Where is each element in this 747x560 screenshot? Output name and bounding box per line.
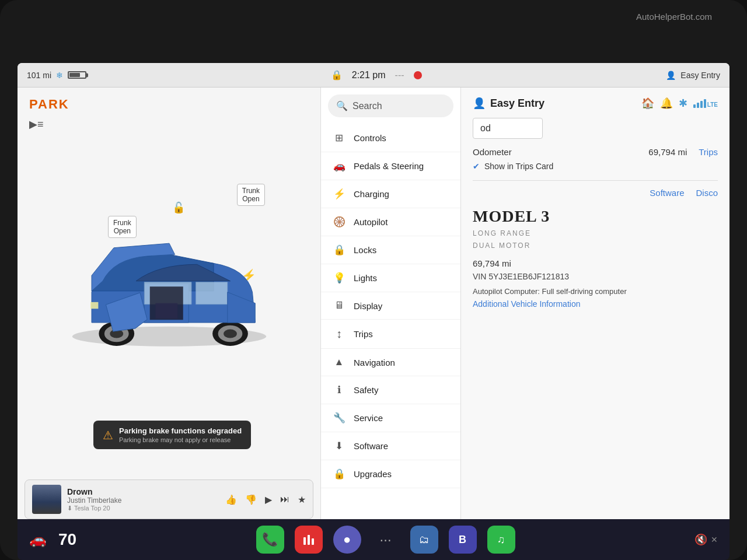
music-player: Drown Justin Timberlake ⬇ Tesla Top 20 👍… xyxy=(25,480,313,519)
odometer-value: 69,794 mi xyxy=(648,147,687,157)
header-icons: 🏠 🔔 ✱ LTE xyxy=(641,97,718,110)
trips-link[interactable]: Trips xyxy=(699,147,718,157)
person-icon: 👤 xyxy=(666,71,676,80)
taskbar: 🚗 70 📞 ● ··· 🗂 B ♫ 🔇 ✕ xyxy=(18,519,729,560)
music-controls: 👍 👎 ▶ ⏭ ★ xyxy=(225,494,306,505)
warning-triangle-icon: ⚠ xyxy=(103,428,113,442)
wallet-button[interactable]: 🗂 xyxy=(410,526,438,554)
status-bar: 101 mi ❄ 🔒 2:21 pm --- 👤 Easy Entry xyxy=(18,63,729,88)
warning-content: Parking brake functions degraded Parking… xyxy=(119,426,242,443)
favorite-button[interactable]: ★ xyxy=(298,494,306,505)
range-display: 101 mi xyxy=(27,71,51,80)
right-panel-title: 👤 Easy Entry xyxy=(473,97,544,110)
autopilot-computer-text: Autopilot Computer: Full self-driving co… xyxy=(473,287,718,296)
status-left: 101 mi ❄ xyxy=(27,71,86,80)
bluetooth-icon[interactable]: ✱ xyxy=(679,97,687,110)
menu-item-navigation[interactable]: ▲ Navigation xyxy=(321,349,460,376)
battery-indicator xyxy=(68,71,86,79)
home-icon[interactable]: 🏠 xyxy=(641,97,654,110)
menu-item-locks[interactable]: 🔒 Locks xyxy=(321,236,460,264)
od-input-field[interactable]: od xyxy=(473,118,543,139)
volume-control[interactable]: 🔇 ✕ xyxy=(694,533,718,546)
music-source-icon: ⬇ xyxy=(67,505,72,512)
warning-main-text: Parking brake functions degraded xyxy=(119,426,242,435)
upgrades-label: Upgrades xyxy=(354,469,392,479)
speed-display: 70 xyxy=(58,530,76,549)
car-icon[interactable]: 🚗 xyxy=(29,531,47,548)
signal-bar-1 xyxy=(693,104,696,108)
skip-button[interactable]: ⏭ xyxy=(280,494,289,505)
music-source: ⬇ Tesla Top 20 xyxy=(67,505,219,512)
warning-banner: ⚠ Parking brake functions degraded Parki… xyxy=(93,421,251,449)
separator-display: --- xyxy=(395,70,404,80)
lte-badge: LTE xyxy=(707,102,718,108)
park-label: PARK xyxy=(29,97,69,112)
pedals-label: Pedals & Steering xyxy=(354,161,424,171)
menu-item-lights[interactable]: 💡 Lights xyxy=(321,264,460,292)
show-trips-label: Show in Trips Card xyxy=(484,162,553,171)
more-button[interactable]: ··· xyxy=(372,526,400,554)
bluetooth-button[interactable]: B xyxy=(449,526,477,554)
menu-item-trips[interactable]: ↕ Trips xyxy=(321,320,460,349)
taskbar-left: 🚗 70 xyxy=(29,530,76,549)
menu-item-controls[interactable]: ⊞ Controls xyxy=(321,124,460,152)
controls-label: Controls xyxy=(354,133,386,143)
left-panel: PARK ▶≡ Frunk Open 🔓 Trunk Open ⚡ xyxy=(18,88,321,531)
profile-label: Easy Entry xyxy=(680,71,720,80)
thumbs-down-button[interactable]: 👎 xyxy=(245,494,257,505)
odometer-row: Odometer 69,794 mi Trips xyxy=(473,147,718,157)
menu-item-charging[interactable]: ⚡ Charging xyxy=(321,180,460,208)
thumbs-up-button[interactable]: 👍 xyxy=(225,494,237,505)
person-icon-header: 👤 xyxy=(473,97,486,110)
taskbar-right: 🔇 ✕ xyxy=(694,533,718,546)
menu-item-service[interactable]: 🔧 Service xyxy=(321,404,460,432)
phone-button[interactable]: 📞 xyxy=(256,526,284,554)
svg-rect-9 xyxy=(312,538,314,545)
software-links: Software Disco xyxy=(473,188,718,198)
menu-item-safety[interactable]: ℹ Safety xyxy=(321,376,460,404)
menu-item-display[interactable]: 🖥 Display xyxy=(321,292,460,320)
status-center: 🔒 2:21 pm --- xyxy=(331,69,422,80)
music-title: Drown xyxy=(67,487,219,496)
show-trips-checkbox-row: ✔ Show in Trips Card xyxy=(473,162,718,171)
menu-item-upgrades[interactable]: 🔒 Upgrades xyxy=(321,460,460,488)
music-bars-icon xyxy=(302,533,316,547)
service-label: Service xyxy=(354,413,383,423)
navigation-label: Navigation xyxy=(354,358,395,368)
svg-rect-7 xyxy=(303,537,306,545)
camera-button[interactable]: ● xyxy=(333,526,361,554)
signal-bar-2 xyxy=(697,103,699,108)
charging-icon: ⚡ xyxy=(333,188,345,200)
record-button[interactable] xyxy=(414,71,422,79)
model-name: MODEL 3 xyxy=(473,207,718,226)
additional-vehicle-info-link[interactable]: Additional Vehicle Information xyxy=(473,299,718,309)
software-link[interactable]: Software xyxy=(650,188,684,198)
bell-icon[interactable]: 🔔 xyxy=(660,97,673,110)
music-artist: Justin Timberlake xyxy=(67,496,219,505)
controls-icon: ⊞ xyxy=(333,132,345,144)
menu-item-software[interactable]: ⬇ Software xyxy=(321,432,460,460)
signal-indicator: LTE xyxy=(693,99,718,108)
model-sub1: LONG RANGE xyxy=(473,228,718,239)
warning-sub-text: Parking brake may not apply or release xyxy=(119,436,242,443)
screen: 101 mi ❄ 🔒 2:21 pm --- 👤 Easy Entry PARK… xyxy=(18,63,729,531)
autopilot-icon: 🛞 xyxy=(333,216,345,228)
right-info-panel: 👤 Easy Entry 🏠 🔔 ✱ LTE xyxy=(461,88,729,531)
search-box[interactable]: 🔍 Search xyxy=(328,94,453,117)
play-button[interactable]: ▶ xyxy=(265,494,272,505)
service-icon: 🔧 xyxy=(333,412,345,424)
music-app-button[interactable] xyxy=(295,526,323,554)
album-art xyxy=(32,485,61,514)
vehicle-vin: VIN 5YJ3E1EB6JF121813 xyxy=(473,272,718,281)
svg-point-3 xyxy=(224,329,237,338)
navigation-icon: ▲ xyxy=(333,356,345,368)
menu-item-autopilot[interactable]: 🛞 Autopilot xyxy=(321,208,460,236)
taskbar-center: 📞 ● ··· 🗂 B ♫ xyxy=(256,526,515,554)
lock-icon: 🔒 xyxy=(331,69,343,80)
signal-bar-3 xyxy=(700,101,703,108)
vehicle-mileage: 69,794 mi xyxy=(473,258,718,268)
spotify-button[interactable]: ♫ xyxy=(487,526,515,554)
menu-item-pedals[interactable]: 🚗 Pedals & Steering xyxy=(321,152,460,180)
lights-icon: 💡 xyxy=(333,272,345,284)
disco-link[interactable]: Disco xyxy=(696,188,718,198)
